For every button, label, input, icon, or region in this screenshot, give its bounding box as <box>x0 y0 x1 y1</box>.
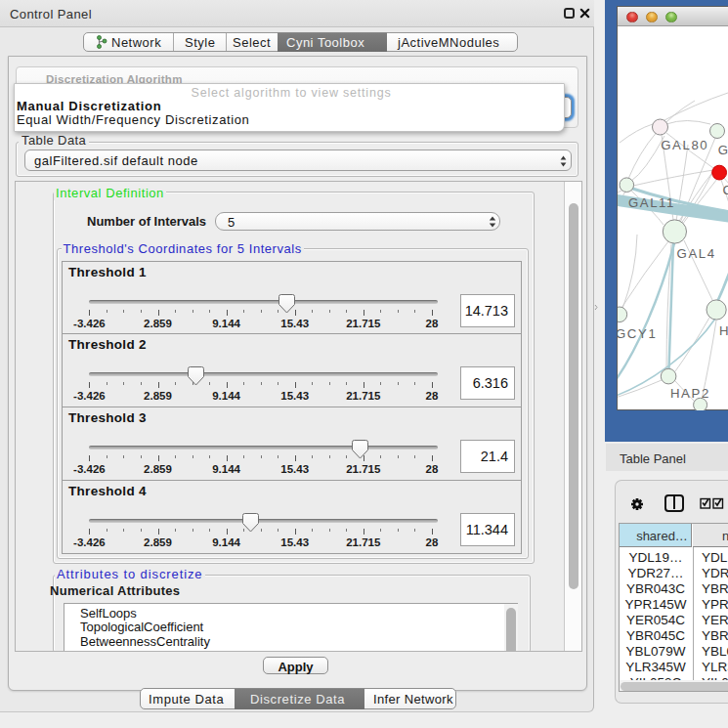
svg-text:GAL4: GAL4 <box>677 246 716 261</box>
svg-text:GCY1: GCY1 <box>618 326 657 341</box>
svg-text:GAL11: GAL11 <box>628 195 675 210</box>
svg-text:GAL80: GAL80 <box>661 138 708 152</box>
svg-text:C: C <box>723 183 728 197</box>
svg-text:H: H <box>719 323 728 338</box>
svg-text:HAP2: HAP2 <box>670 386 710 401</box>
svg-text:GA: GA <box>718 143 728 157</box>
